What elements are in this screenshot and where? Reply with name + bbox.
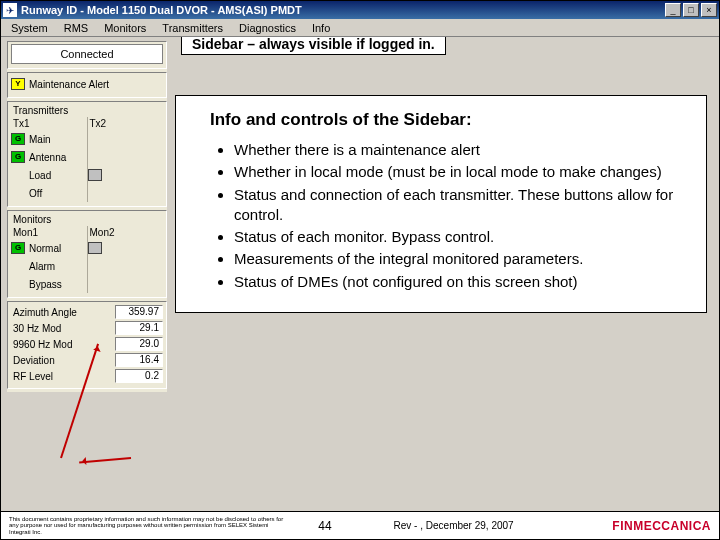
menubar: System RMS Monitors Transmitters Diagnos…: [1, 19, 719, 37]
window-title: Runway ID - Model 1150 Dual DVOR - AMS(A…: [21, 4, 663, 16]
bullet: Status of DMEs (not configured on this s…: [234, 272, 690, 292]
work-area: Connected Y Maintenance Alert Transmitte…: [1, 37, 719, 513]
maintenance-alert-label: Maintenance Alert: [27, 78, 111, 91]
meas-row: Azimuth Angle359.97: [11, 304, 163, 320]
maintenance-alert-led: Y: [11, 78, 25, 90]
mon-normal-label: Normal: [27, 242, 63, 255]
meas-deviation-val: 16.4: [115, 353, 163, 367]
meas-azimuth-val: 359.97: [115, 305, 163, 319]
content-bullets: Whether there is a maintenance alert Whe…: [210, 140, 690, 292]
bullet: Whether there is a maintenance alert: [234, 140, 690, 160]
sidebar: Connected Y Maintenance Alert Transmitte…: [7, 41, 167, 392]
minimize-button[interactable]: _: [665, 3, 681, 17]
monitors-panel: Monitors Mon1 GNormal Alarm Bypass Mon2: [7, 210, 167, 298]
meas-deviation-label: Deviation: [11, 355, 115, 366]
meas-30hz-val: 29.1: [115, 321, 163, 335]
mon2-label: Mon2: [88, 226, 164, 239]
meas-30hz-label: 30 Hz Mod: [11, 323, 115, 334]
meas-row: 9960 Hz Mod29.0: [11, 336, 163, 352]
mon1-label: Mon1: [11, 226, 87, 239]
menu-system[interactable]: System: [3, 20, 56, 36]
tx1-antenna-led[interactable]: G: [11, 151, 25, 163]
tx2-load-led[interactable]: [88, 169, 102, 181]
mon-bypass-label[interactable]: Bypass: [27, 278, 64, 291]
tx1-label: Tx1: [11, 117, 87, 130]
meas-9960hz-val: 29.0: [115, 337, 163, 351]
content-heading: Info and controls of the Sidebar:: [210, 110, 690, 130]
tx-main-label: Main: [27, 133, 53, 146]
bullet: Status of each monitor. Bypass control.: [234, 227, 690, 247]
meas-azimuth-label: Azimuth Angle: [11, 307, 115, 318]
menu-info[interactable]: Info: [304, 20, 338, 36]
close-button[interactable]: ×: [701, 3, 717, 17]
mon-legend: Monitors: [11, 213, 163, 226]
bullet: Measurements of the integral monitored p…: [234, 249, 690, 269]
alert-panel: Y Maintenance Alert: [7, 72, 167, 98]
tx1-main-led[interactable]: G: [11, 133, 25, 145]
menu-diagnostics[interactable]: Diagnostics: [231, 20, 304, 36]
content-card: Info and controls of the Sidebar: Whethe…: [175, 95, 707, 313]
menu-transmitters[interactable]: Transmitters: [154, 20, 231, 36]
meas-rflevel-val: 0.2: [115, 369, 163, 383]
footer-brand: FINMECCANICA: [547, 519, 711, 533]
mon2-normal-led[interactable]: [88, 242, 102, 254]
connected-panel: Connected: [7, 41, 167, 69]
window-titlebar: ✈ Runway ID - Model 1150 Dual DVOR - AMS…: [1, 1, 719, 19]
meas-row: 30 Hz Mod29.1: [11, 320, 163, 336]
tx-off-label: Off: [27, 187, 44, 200]
bullet: Status and connection of each transmitte…: [234, 185, 690, 226]
meas-rflevel-label: RF Level: [11, 371, 115, 382]
sidebar-callout: Sidebar – always visible if logged in.: [181, 37, 446, 55]
arrow-icon: [79, 457, 131, 464]
tx2-label: Tx2: [88, 117, 164, 130]
footer-page: 44: [290, 519, 360, 533]
connected-status: Connected: [11, 44, 163, 64]
tx-antenna-label: Antenna: [27, 151, 68, 164]
footer-revision: Rev - , December 29, 2007: [360, 520, 547, 531]
app-icon: ✈: [3, 3, 17, 17]
transmitters-panel: Transmitters Tx1 GMain GAntenna Load Off…: [7, 101, 167, 207]
tx-legend: Transmitters: [11, 104, 163, 117]
menu-monitors[interactable]: Monitors: [96, 20, 154, 36]
bullet: Whether in local mode (must be in local …: [234, 162, 690, 182]
footer: This document contains proprietary infor…: [1, 511, 719, 539]
mon-alarm-label: Alarm: [27, 260, 57, 273]
footer-disclaimer: This document contains proprietary infor…: [9, 516, 290, 536]
tx-load-label: Load: [27, 169, 53, 182]
mon1-normal-led[interactable]: G: [11, 242, 25, 254]
menu-rms[interactable]: RMS: [56, 20, 96, 36]
maximize-button[interactable]: □: [683, 3, 699, 17]
meas-row: Deviation16.4: [11, 352, 163, 368]
